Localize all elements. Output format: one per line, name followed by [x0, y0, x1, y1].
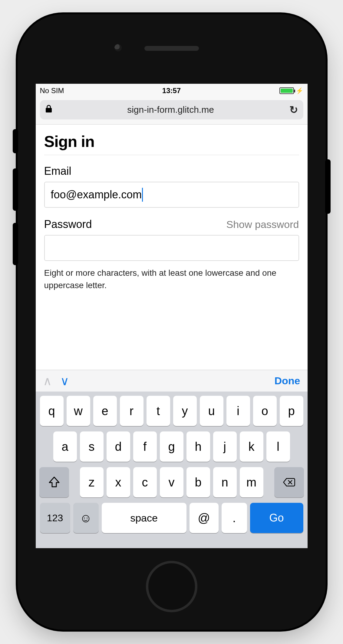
password-label: Password [44, 218, 92, 231]
key-k[interactable]: k [240, 431, 263, 462]
key-s[interactable]: s [80, 431, 104, 462]
key-w[interactable]: w [67, 396, 90, 426]
show-password-toggle[interactable]: Show password [226, 219, 299, 230]
speaker-grill [144, 46, 199, 51]
emoji-key[interactable]: ☺ [73, 503, 99, 533]
keyboard-done-button[interactable]: Done [275, 375, 300, 387]
key-p[interactable]: p [280, 396, 303, 426]
key-t[interactable]: t [147, 396, 170, 426]
status-bar: No SIM 13:57 ⚡ [36, 84, 308, 98]
key-r[interactable]: r [120, 396, 143, 426]
browser-toolbar: sign-in-form.glitch.me ↻ [36, 98, 308, 125]
password-hint: Eight or more characters, with at least … [44, 267, 299, 291]
key-x[interactable]: x [107, 467, 130, 497]
reload-button[interactable]: ↻ [289, 104, 298, 116]
text-caret [142, 188, 143, 202]
mute-switch[interactable] [13, 129, 18, 153]
key-i[interactable]: i [226, 396, 250, 426]
key-n[interactable]: n [213, 467, 237, 497]
status-time: 13:57 [128, 86, 216, 95]
key-y[interactable]: y [173, 396, 197, 426]
page-content: Sign in Email foo@example.com Password S… [36, 125, 308, 291]
key-h[interactable]: h [186, 431, 210, 462]
key-a[interactable]: a [53, 431, 77, 462]
key-q[interactable]: q [40, 396, 64, 426]
key-d[interactable]: d [107, 431, 130, 462]
address-bar[interactable]: sign-in-form.glitch.me ↻ [40, 100, 303, 119]
charging-icon: ⚡ [296, 87, 303, 94]
password-field[interactable] [44, 235, 299, 261]
key-o[interactable]: o [253, 396, 277, 426]
key-f[interactable]: f [133, 431, 157, 462]
key-z[interactable]: z [80, 467, 104, 497]
key-e[interactable]: e [93, 396, 117, 426]
address-bar-url: sign-in-form.glitch.me [55, 105, 286, 115]
go-key[interactable]: Go [250, 503, 303, 533]
status-carrier: No SIM [40, 86, 128, 95]
key-g[interactable]: g [160, 431, 183, 462]
at-key[interactable]: @ [190, 503, 219, 533]
next-field-button[interactable]: ∨ [60, 374, 69, 388]
key-u[interactable]: u [200, 396, 223, 426]
prev-field-button: ∧ [43, 374, 52, 388]
shift-key[interactable] [39, 467, 69, 497]
volume-up-button[interactable] [13, 168, 18, 211]
email-label: Email [44, 165, 299, 177]
backspace-key[interactable] [274, 467, 304, 497]
email-field[interactable]: foo@example.com [44, 182, 299, 208]
lock-icon [45, 105, 52, 115]
key-c[interactable]: c [133, 467, 157, 497]
email-value: foo@example.com [51, 188, 142, 201]
power-button[interactable] [325, 159, 331, 214]
home-button[interactable] [146, 561, 197, 612]
key-m[interactable]: m [240, 467, 263, 497]
software-keyboard: qwertyuiop asdfghjkl zxcvbnm 123 ☺ space… [36, 392, 308, 548]
battery-icon [279, 87, 294, 94]
page-title: Sign in [44, 132, 299, 155]
key-j[interactable]: j [213, 431, 237, 462]
screen: No SIM 13:57 ⚡ sign-in-form.glitch.me ↻ … [36, 84, 308, 548]
numeric-key[interactable]: 123 [40, 503, 70, 533]
front-camera [114, 44, 122, 51]
dot-key[interactable]: . [222, 503, 247, 533]
keyboard-accessory-bar: ∧ ∨ Done [36, 370, 308, 392]
key-b[interactable]: b [186, 467, 210, 497]
phone-frame: No SIM 13:57 ⚡ sign-in-form.glitch.me ↻ … [18, 14, 326, 630]
space-key[interactable]: space [102, 503, 186, 533]
key-l[interactable]: l [266, 431, 290, 462]
key-v[interactable]: v [160, 467, 183, 497]
volume-down-button[interactable] [13, 223, 18, 265]
